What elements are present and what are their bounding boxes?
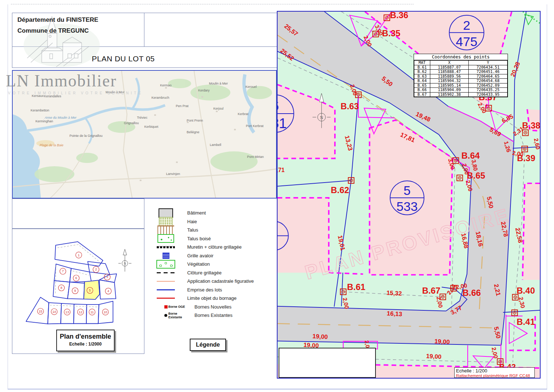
legend-item: Emprise des lots [144, 286, 277, 294]
map-place-label: Moulin à Mer [209, 82, 228, 85]
measurement-label: 2,71 [278, 167, 285, 173]
measurement-label: 19,00 [312, 333, 328, 340]
map-place-label: Kersaux [32, 94, 44, 98]
map-place-label: Pont Mirtan [247, 155, 264, 159]
svg-text:N: N [320, 115, 323, 120]
parcel-lot-number: 2 [463, 18, 470, 33]
overview-lot-number: 2 [95, 268, 97, 271]
map-place-label: Kerbiquet [144, 125, 159, 128]
legend-item: Limite objet du bornage [144, 294, 277, 303]
haie-symbol-icon [159, 217, 173, 226]
legend-item-label: Bornes Nouvelles [194, 304, 231, 310]
point-name-label: B.39 [517, 153, 535, 163]
legend-item-label: Application cadastrale figurative [187, 278, 254, 284]
legend-item: Grille avaloir [144, 252, 277, 260]
page-title: PLAN DU LOT 05 [92, 54, 155, 63]
map-place-label: Pointe de la Grignallou [69, 134, 102, 138]
overview-lot-number: 14 [52, 310, 56, 314]
coords-row: B.641185904.327206454.68 [414, 79, 508, 83]
map-place-label: Kerjoul [213, 107, 223, 110]
legend-item-label: Grille avaloir [187, 253, 213, 258]
legend-symbol-caption: Borne OGE [168, 305, 191, 309]
map-place-label: Kerbrat [238, 112, 249, 116]
map-place-label: Kerouel [245, 85, 257, 89]
map-place-label: Kerambruch [151, 96, 169, 99]
coords-row: B.661185904.097206435.25 [414, 88, 508, 93]
coords-row: B.611185887.077206434.51 [414, 65, 508, 70]
vegetation-symbol-icon [156, 260, 175, 269]
legend-items: BâtimentHaieTalusTalus boiséMuretin + cl… [144, 209, 277, 320]
legend-item-label: Bornes Existantes [194, 313, 233, 318]
coords-row: B.631185889.567206464.65 [414, 74, 508, 79]
map-place-label: Pen Prat [176, 104, 188, 108]
header-commune: Commune de TREGUNC [17, 25, 98, 36]
legend-title: Légende [196, 342, 220, 348]
legend-item: Bâtiment [144, 209, 277, 217]
legend-item: Muretin + clôture grillagée [144, 243, 277, 252]
point-name-label: B.65 [467, 171, 485, 180]
measurement-label: 19,00 [434, 338, 450, 346]
header-text: Département du FINISTERE Commune de TREG… [17, 15, 98, 36]
overview-title: Plan d'ensemble [57, 333, 114, 340]
coords-row: B.671185902.387206433.95 [414, 92, 508, 97]
map-place-label: Anse du Moulin à Mer [45, 116, 77, 119]
overview-lot-number: 10 [104, 310, 107, 314]
overview-lot-number: 5 [89, 289, 91, 292]
talus-boise-symbol-icon [157, 234, 174, 243]
page-frame-top [11, 4, 414, 4]
point-name-label: B.62 [331, 185, 349, 195]
point-name-label: B.63 [341, 101, 359, 111]
point-name-label: B.61 [347, 282, 365, 292]
title-block-placeholder [279, 348, 376, 378]
header-department: Département du FINISTERE [17, 15, 98, 25]
map-place-label: Pont Prenn [186, 119, 203, 122]
map-place-label: Port Kerbrat [246, 124, 264, 128]
legend-item: Borne OGEBornes Nouvelles [144, 303, 277, 311]
map-place-label: Plage de la Baie [40, 143, 63, 147]
point-name-label: B.40 [517, 286, 535, 295]
legend-item: Haie [144, 217, 277, 226]
overview-lot-number: 11 [90, 310, 94, 314]
overview-lot-number: 8 [61, 286, 62, 290]
overview-lot-number: 9 [74, 289, 76, 293]
legend-item-label: Limite objet du bornage [187, 295, 237, 301]
coordinates-table: Coordonnées des points MATXY B.611185887… [414, 54, 508, 97]
overview-lot-number: 7 [62, 269, 64, 273]
coords-header-row: MATXY [414, 61, 508, 65]
point-name-label: B.67 [422, 286, 440, 295]
page-frame-left [8, 4, 8, 389]
overview-lot-number: 4 [107, 289, 109, 293]
limite-symbol-icon [157, 298, 175, 299]
overview-title-box: Plan d'ensemble Echelle : 1/2000 [56, 330, 115, 351]
legend-title-box: Légende [190, 339, 226, 351]
legend-item-label: Végétation [187, 261, 210, 267]
measurement-label: 15,32 [386, 289, 402, 297]
legend-symbol-caption: Borne Existante [168, 312, 191, 319]
spacer-box [12, 199, 144, 229]
borne-existante-symbol-icon [164, 314, 167, 317]
parcel-cadastre-number: 533 [397, 199, 418, 213]
legend-item: Borne ExistanteBornes Existantes [144, 311, 277, 320]
legend-item: Végétation [144, 260, 277, 269]
svg-text:N: N [124, 262, 126, 265]
parcel-cadastre-number: 481 [278, 115, 287, 131]
overview-lot-number: 3 [106, 275, 108, 279]
plan-scale-box: Echelle : 1/200 Rattachement planimétriq… [454, 367, 535, 378]
measurement-label: 16,13 [387, 310, 402, 318]
map-place-label: Moulin à Mer [106, 90, 124, 94]
parcel-lot-number: 5 [403, 183, 411, 197]
legend-item-label: Talus [187, 227, 198, 233]
application-symbol-icon [157, 281, 175, 282]
legend-item-label: Talus boisé [187, 236, 211, 241]
overview-lot-number: 13 [65, 310, 69, 314]
legend-item: Clôture grillagée [144, 269, 277, 277]
legend-item-label: Emprise des lots [187, 287, 222, 293]
overview-lot-number: 12 [79, 310, 82, 314]
batiment-symbol-icon [159, 208, 173, 218]
plan-datum: Rattachement planimétrique RGF CC48 9 Zo… [456, 373, 533, 379]
muretin-symbol-icon [157, 246, 175, 248]
overview-lot-number: 6 [75, 276, 77, 280]
coords-row: B.651185905.147206452.09 [414, 83, 508, 88]
legend-item-label: Haie [187, 219, 197, 224]
map-graphics [13, 71, 277, 199]
